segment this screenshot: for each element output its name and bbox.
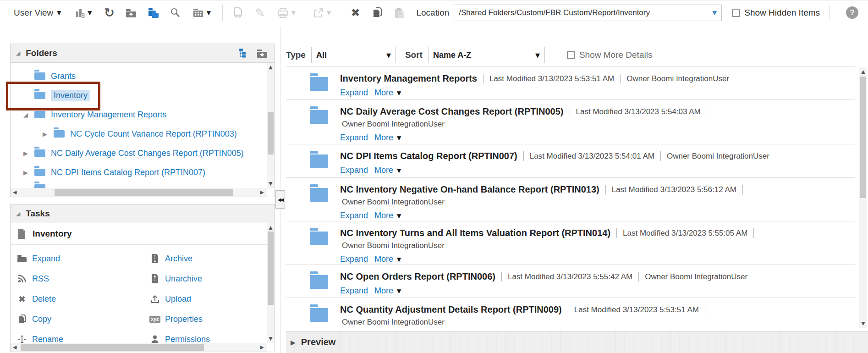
collapsed-node-icon[interactable]: ▶ [22,150,29,157]
tree-item-label[interactable]: Grants [51,72,76,81]
refresh-icon: ↻ [104,6,115,19]
item-title[interactable]: NC Quantity Adjustment Details Report (R… [340,304,562,315]
catalog-row[interactable]: NC Inventory Turns and All Items Valuati… [286,221,855,265]
task-expand[interactable]: Expand [17,251,150,266]
expand-link[interactable]: Expand [340,211,368,221]
tree-item-dpi-catalog[interactable]: ▶ NC DPI Items Catalog Report (RPTIN007) [22,163,275,182]
tree-item-label[interactable]: Inventory Management Reports [51,110,166,120]
scroll-left-icon[interactable]: ◀ [13,345,16,350]
task-unarchive[interactable]: Unarchive [150,271,275,286]
toolbar-separator [829,5,830,21]
scroll-right-icon[interactable]: ▶ [260,345,264,350]
tasks-horizontal-scrollbar[interactable]: ◀ ▶ [11,343,267,352]
tree-view-button[interactable] [237,45,250,61]
scroll-down-icon[interactable]: ▼ [267,181,275,186]
user-view-dropdown[interactable]: User View ▼ [14,8,61,18]
task-rss[interactable]: RSS [17,271,150,286]
catalog-row[interactable]: NC DPI Items Catalog Report (RPTIN007) L… [286,144,855,178]
tree-item-daily-average[interactable]: ▶ NC Daily Average Cost Changes Report (… [22,143,275,163]
folder-icon [310,232,328,245]
catalog-row[interactable]: NC Daily Average Cost Changes Report (RP… [286,100,855,144]
item-title[interactable]: NC Inventory Turns and All Items Valuati… [340,228,610,238]
new-object-button[interactable]: ▼ [71,5,95,21]
more-link[interactable]: More [374,88,393,98]
more-link[interactable]: More [374,286,393,296]
location-combobox[interactable]: /Shared Folders/Custom/FBR Custom/Report… [454,5,722,21]
delete-button[interactable]: ✖ [347,5,363,21]
show-hidden-checkbox[interactable]: Show Hidden Items [732,8,820,18]
collapsed-node-icon[interactable]: ▶ [22,169,29,176]
scrollbar-thumb[interactable] [21,344,204,351]
catalog-row[interactable]: NC Open Orders Report (RPTIN006) Last Mo… [286,265,855,298]
item-title[interactable]: Inventory Management Reports [340,73,477,84]
tree-item-label[interactable]: NC DPI Items Catalog Report (RPTIN007) [51,168,205,177]
copy-pages-icon [17,314,27,324]
more-link[interactable]: More [374,211,393,221]
task-archive[interactable]: Archive [150,251,275,266]
item-title[interactable]: NC DPI Items Catalog Report (RPTIN007) [340,151,517,161]
item-title[interactable]: NC Open Orders Report (RPTIN006) [340,271,495,282]
scroll-up-icon[interactable]: ▲ [267,65,275,70]
copy-folders-button[interactable] [145,5,161,21]
tree-item-label[interactable]: NC Daily Average Cost Changes Report (RP… [51,149,244,158]
scroll-up-icon[interactable]: ▲ [267,225,275,230]
favorites-folder-button[interactable] [255,45,269,61]
scroll-up-icon[interactable]: ▲ [859,69,867,74]
type-select[interactable]: All ▼ [311,47,396,63]
tree-item-grants[interactable]: Grants [22,66,275,86]
tree-item-cycle-count[interactable]: ▶ NC Cycle Count Variance Report (RPTIN0… [22,124,275,143]
sort-select[interactable]: Name A-Z ▼ [428,47,545,63]
task-delete[interactable]: ✖ Delete [17,292,150,306]
more-link[interactable]: More [374,254,393,264]
catalog-row[interactable]: NC Inventory Negative On-hand Balance Re… [286,178,855,221]
task-copy[interactable]: Copy [17,312,150,326]
chevron-down-icon: ▼ [327,10,331,16]
scrollbar-thumb[interactable] [55,189,233,196]
share-dropdown-disabled: ▼ [310,5,334,21]
expand-link[interactable]: Expand [340,133,368,143]
item-title[interactable]: NC Inventory Negative On-hand Balance Re… [340,184,599,195]
collapse-triangle-icon: ◢ [16,210,20,217]
scroll-right-icon[interactable]: ▶ [260,190,264,195]
copy-button[interactable] [369,5,385,21]
task-upload[interactable]: Upload [150,292,275,306]
scroll-left-icon[interactable]: ◀ [13,190,16,195]
collapsed-node-icon[interactable]: ▶ [42,131,48,138]
folder-icon [34,72,45,80]
collapse-panel-handle[interactable]: ◀◀ [275,190,285,209]
item-title[interactable]: NC Daily Average Cost Changes Report (RP… [340,106,564,117]
tree-vertical-scrollbar[interactable]: ▲ ▼ [267,63,275,188]
scroll-down-icon[interactable]: ▼ [267,336,275,341]
delete-x-icon: ✖ [351,7,360,18]
expand-link[interactable]: Expand [340,165,368,175]
tasks-panel-header[interactable]: ◢ Tasks [10,204,275,223]
catalog-row[interactable]: NC Quantity Adjustment Details Report (R… [286,298,855,330]
list-vertical-scrollbar[interactable]: ▲ ▼ [859,67,867,328]
scrollbar-thumb[interactable] [860,77,866,198]
tasks-vertical-scrollbar[interactable]: ▲ ▼ [267,223,275,343]
folders-panel-header[interactable]: ◢ Folders [10,44,275,63]
tree-item-inventory-selected[interactable]: Inventory [22,86,275,105]
expanded-node-icon[interactable]: ◢ [22,111,29,118]
view-style-dropdown[interactable]: ▼ [189,5,213,21]
expand-link[interactable]: Expand [340,88,368,98]
search-button[interactable] [167,5,183,21]
tree-horizontal-scrollbar[interactable]: ◀ ▶ [11,188,267,197]
preview-panel-header[interactable]: ▶ Preview [286,331,868,353]
scroll-down-icon[interactable]: ▼ [859,321,867,326]
scrollbar-thumb[interactable] [268,232,274,305]
catalog-row[interactable]: Inventory Management Reports Last Modifi… [286,67,855,100]
expand-link[interactable]: Expand [340,254,368,264]
tree-item-inventory-management-reports[interactable]: ◢ Inventory Management Reports [22,105,275,124]
task-properties[interactable]: xyz Properties [150,312,275,326]
tree-item-label[interactable]: Inventory [54,91,88,100]
tree-item-label[interactable]: NC Cycle Count Variance Report (RPTIN003… [70,129,237,139]
scrollbar-thumb[interactable] [268,112,274,154]
expand-link[interactable]: Expand [340,286,368,296]
archive-folder-button[interactable] [123,5,139,21]
help-button[interactable]: ? [846,6,858,19]
refresh-button[interactable]: ↻ [101,5,117,21]
more-link[interactable]: More [374,165,393,175]
more-link[interactable]: More [374,133,393,143]
show-more-details-checkbox[interactable]: Show More Details [567,50,652,60]
